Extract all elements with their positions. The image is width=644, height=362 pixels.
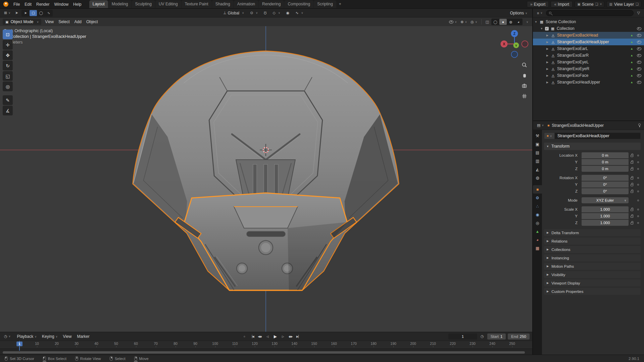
viewport-menu-view[interactable]: View	[43, 18, 56, 25]
disclosure-icon[interactable]: ▶	[546, 61, 549, 64]
disclosure-icon[interactable]: ▼	[534, 20, 538, 23]
workspace-tab-animation[interactable]: Animation	[234, 0, 258, 8]
panel-collections[interactable]: ▶Collections	[544, 246, 641, 253]
panel-motion-paths[interactable]: ▶Motion Paths	[544, 263, 641, 270]
render-tab[interactable]: ▣	[533, 140, 542, 148]
panel-custom-properties[interactable]: ▶Custom Properties	[544, 288, 641, 295]
animate-state-icon[interactable]	[637, 209, 639, 210]
outliner-item-strangerexobackhead[interactable]: ▶◬StrangerExoBackHead▲	[533, 32, 644, 39]
3d-viewport[interactable]: Back Orthographic (Local) (1) Collection…	[0, 26, 532, 332]
new-view-layer-icon[interactable]: ❏	[636, 2, 639, 6]
transform-tool[interactable]: ◎	[3, 82, 13, 91]
outliner-item-strangerexoearl[interactable]: ▶◬StrangerExoEarL▲	[533, 45, 644, 52]
options-dropdown[interactable]: Options	[508, 10, 530, 16]
unlink-scene-icon[interactable]: ×	[600, 2, 602, 6]
outliner-item-strangerexoeyer[interactable]: ▶◬StrangerExoEyeR▲	[533, 65, 644, 72]
lock-icon[interactable]	[631, 184, 633, 186]
start-frame-field[interactable]: Start1	[487, 333, 506, 340]
object-name-field[interactable]	[555, 133, 641, 139]
scene-selector[interactable]: ▣ Scene ❏ ×	[575, 1, 604, 7]
zoom-button[interactable]	[521, 61, 528, 68]
particles-tab[interactable]: ∴	[533, 202, 542, 210]
proportional-falloff-dropdown[interactable]: ∿	[294, 10, 305, 16]
output-tab[interactable]: ▤	[533, 148, 542, 157]
shading-options-dropdown[interactable]	[524, 20, 530, 24]
pan-button[interactable]	[521, 71, 528, 79]
select-box-tool-mode[interactable]: ▢	[30, 10, 37, 16]
select-circle-tool-mode[interactable]: ◯	[37, 10, 45, 16]
lock-icon[interactable]	[631, 222, 633, 224]
timeline-menu-marker[interactable]: Marker	[75, 333, 92, 340]
rotate-tool[interactable]: ↻	[3, 61, 13, 70]
lock-icon[interactable]	[631, 177, 633, 179]
timeline-track[interactable]	[0, 347, 532, 351]
workspace-tab-scripting[interactable]: Scripting	[314, 0, 336, 8]
y-field[interactable]: 0°	[582, 182, 629, 188]
texture-tab[interactable]: ▦	[533, 244, 542, 252]
visibility-eye-icon[interactable]	[637, 67, 641, 70]
panel-relations[interactable]: ▶Relations	[544, 238, 641, 245]
rotation-x-field[interactable]: 0°	[582, 175, 629, 181]
workspace-tab-compositing[interactable]: Compositing	[284, 0, 313, 8]
object-data-tab[interactable]: ▲	[533, 227, 542, 236]
disclosure-icon[interactable]: ▶	[546, 41, 549, 44]
world-tab[interactable]: ◍	[533, 173, 542, 182]
preview-range-toggle[interactable]: ◷	[479, 333, 485, 339]
end-frame-field[interactable]: End250	[508, 333, 530, 340]
proportional-editing-toggle[interactable]: ◉	[285, 10, 291, 16]
snap-target-dropdown[interactable]: ◇	[271, 10, 282, 16]
y-field[interactable]: 0 m	[582, 159, 629, 165]
animate-state-icon[interactable]	[637, 191, 639, 192]
workspace-tab-texture-paint[interactable]: Texture Paint	[182, 0, 212, 8]
outliner-search[interactable]	[546, 10, 633, 16]
lock-icon[interactable]	[631, 155, 633, 157]
playhead[interactable]: 1	[19, 341, 20, 351]
timeline-ruler-area[interactable]: 1020304050607080901001101201301401501601…	[0, 341, 532, 351]
scrollbar-thumb[interactable]	[3, 351, 525, 354]
editor-type-button[interactable]: ⊞	[3, 10, 12, 16]
panel-instancing[interactable]: ▶Instancing	[544, 254, 641, 261]
view-layer-tab[interactable]: ▥	[533, 157, 542, 165]
visibility-eye-icon[interactable]	[637, 74, 641, 77]
outliner-item-strangerexoface[interactable]: ▶◬StrangerExoFace▲	[533, 72, 644, 79]
workspace-tab-modeling[interactable]: Modeling	[108, 0, 132, 8]
timeline-menu-playback[interactable]: Playback	[14, 333, 39, 340]
scene-tab[interactable]: ◭	[533, 165, 542, 173]
outliner-item-scene-collection[interactable]: ▼▦Scene Collection	[533, 18, 644, 25]
menu-file[interactable]: File	[11, 1, 22, 8]
scale-tool[interactable]: ◱	[3, 71, 13, 81]
visibility-eye-icon[interactable]	[637, 41, 641, 44]
workspace-tab-layout[interactable]: Layout	[89, 0, 108, 8]
object-id-type-button[interactable]: ■	[544, 133, 555, 139]
location-x-field[interactable]: 0 m	[582, 152, 629, 158]
transform-panel-header[interactable]: ▼ Transform	[544, 143, 641, 150]
timeline-menu-keying[interactable]: Keying	[40, 333, 60, 340]
camera-view-button[interactable]	[521, 82, 528, 89]
z-field[interactable]: 0 m	[582, 166, 629, 172]
next-keyframe-button[interactable]: ◆▶	[287, 333, 294, 340]
shading-solid[interactable]: ●	[499, 19, 507, 25]
y-field[interactable]: 1.000	[582, 213, 629, 219]
outliner-item-collection[interactable]: ▼✓▦Collection	[533, 25, 644, 32]
view-layer-selector[interactable]: ▥ View Layer ❏	[606, 1, 641, 7]
viewport-menu-select[interactable]: Select	[56, 18, 72, 25]
viewport-menu-object[interactable]: Object	[84, 18, 100, 25]
panel-delta-transform[interactable]: ▶Delta Transform	[544, 229, 641, 236]
prev-frame-button[interactable]: ◁	[264, 333, 271, 340]
move-tool[interactable]: ✥	[3, 50, 13, 60]
lock-icon[interactable]	[631, 162, 633, 164]
disclosure-icon[interactable]: ▼	[540, 27, 543, 30]
workspace-tab-shading[interactable]: Shading	[212, 0, 234, 8]
menu-window[interactable]: Window	[52, 1, 71, 8]
new-scene-icon[interactable]: ❏	[595, 2, 598, 6]
workspace-tab-uv-editing[interactable]: UV Editing	[155, 0, 181, 8]
filter-button[interactable]: ▽	[636, 10, 641, 16]
panel-visibility[interactable]: ▶Visibility	[544, 271, 641, 278]
tool-tab[interactable]: ⚒	[533, 132, 542, 140]
visibility-eye-icon[interactable]	[637, 81, 641, 84]
shading-material-preview[interactable]: ◍	[507, 19, 514, 25]
disclosure-icon[interactable]: ▶	[546, 34, 549, 37]
jump-to-start-button[interactable]: ▕◀	[249, 333, 255, 340]
import-button[interactable]: «Import	[551, 1, 573, 7]
disclosure-icon[interactable]: ▶	[546, 67, 549, 70]
